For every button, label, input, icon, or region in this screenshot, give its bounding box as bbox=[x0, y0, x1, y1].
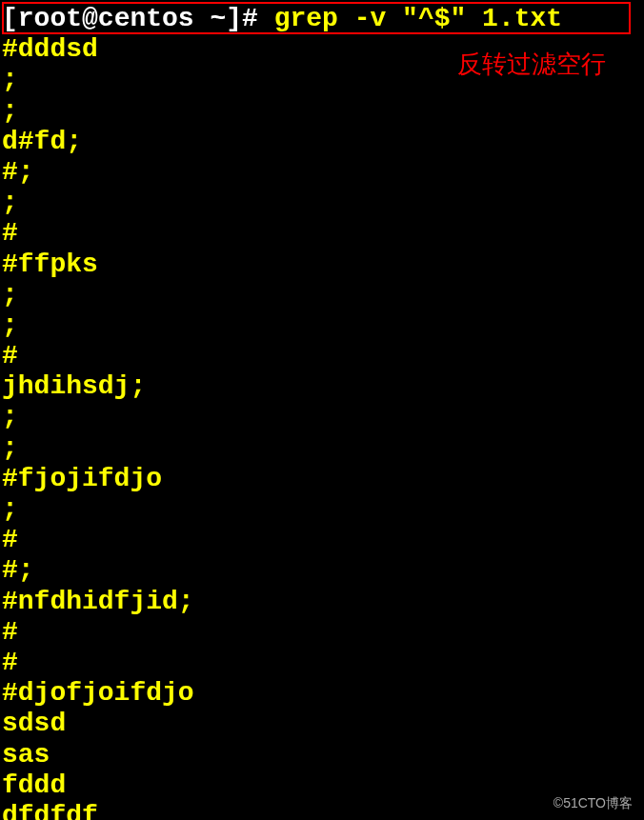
output-line: dfdfdf bbox=[2, 801, 642, 820]
terminal-output: [root@centos ~]# grep -v "^$" 1.txt #ddd… bbox=[0, 0, 644, 820]
prompt-open-bracket: [ bbox=[2, 4, 18, 33]
watermark-text: ©51CTO博客 bbox=[553, 795, 633, 812]
output-line: #nfdhidfjid; bbox=[2, 587, 642, 617]
output-line: #djofjoifdjo bbox=[2, 678, 642, 709]
output-line: jhdihsdj; bbox=[2, 371, 642, 402]
prompt-close-bracket: ]# bbox=[226, 4, 273, 33]
output-line: sdsd bbox=[2, 709, 642, 739]
output-line: ; bbox=[2, 402, 642, 432]
output-line: ; bbox=[2, 188, 642, 218]
output-line: sas bbox=[2, 740, 642, 770]
command-line: [root@centos ~]# grep -v "^$" 1.txt bbox=[2, 4, 642, 34]
output-line: ; bbox=[2, 280, 642, 310]
output-line: # bbox=[2, 648, 642, 678]
output-line: ; bbox=[2, 494, 642, 525]
output-line: # bbox=[2, 617, 642, 648]
output-line: # bbox=[2, 218, 642, 249]
output-line: ; bbox=[2, 433, 642, 464]
command-text: grep -v "^$" 1.txt bbox=[274, 4, 562, 33]
output-line: fddd bbox=[2, 770, 642, 801]
annotation-label: 反转过滤空行 bbox=[457, 48, 606, 81]
output-line: #; bbox=[2, 555, 642, 586]
output-line: d#fd; bbox=[2, 127, 642, 157]
output-line: ; bbox=[2, 96, 642, 127]
prompt-userhost: root@centos ~ bbox=[18, 4, 226, 33]
output-line: #ffpks bbox=[2, 250, 642, 280]
output-line: #; bbox=[2, 157, 642, 188]
output-line: #fjojifdjo bbox=[2, 464, 642, 494]
output-line: # bbox=[2, 341, 642, 371]
output-line: ; bbox=[2, 310, 642, 341]
output-line: # bbox=[2, 525, 642, 555]
